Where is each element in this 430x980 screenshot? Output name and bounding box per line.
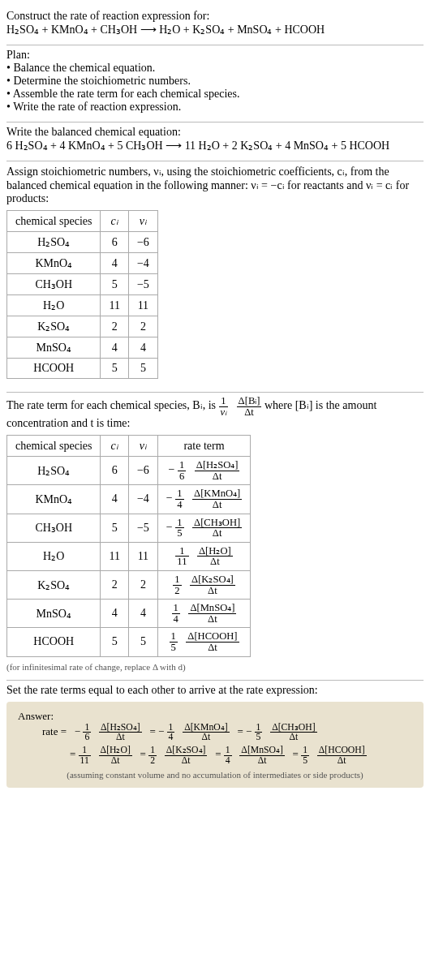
intro-text-a: The rate term for each chemical species,… bbox=[6, 399, 219, 411]
frac-coef: 1 νᵢ bbox=[219, 396, 229, 417]
cell-rate-term: − 15 Δ[CH₃OH]Δt bbox=[157, 514, 250, 542]
infinitesimal-note: (for infinitesimal rate of change, repla… bbox=[6, 662, 424, 672]
cell: 2 bbox=[101, 570, 128, 599]
table-row: CH₃OH 5 −5 − 15 Δ[CH₃OH]Δt bbox=[7, 514, 251, 542]
table-row: K₂SO₄ 2 2 12 Δ[K₂SO₄]Δt bbox=[7, 570, 251, 599]
plan-item: Balance the chemical equation. bbox=[6, 62, 424, 75]
cell: KMnO₄ bbox=[7, 253, 101, 274]
rate-term-table: chemical species cᵢ νᵢ rate term H₂SO₄ 6… bbox=[6, 435, 251, 656]
cell: H₂O bbox=[7, 295, 101, 316]
cell: H₂SO₄ bbox=[7, 457, 101, 485]
plan-item: Assemble the rate term for each chemical… bbox=[6, 88, 424, 101]
cell: 5 bbox=[128, 359, 157, 379]
cell: 4 bbox=[128, 600, 157, 628]
cell: KMnO₄ bbox=[7, 485, 101, 514]
balanced-title: Write the balanced chemical equation: bbox=[6, 126, 424, 139]
main-equation: H₂SO₄ + KMnO₄ + CH₃OH ⟶ H₂O + K₂SO₄ + Mn… bbox=[6, 23, 424, 37]
balanced-equation: 6 H₂SO₄ + 4 KMnO₄ + 5 CH₃OH ⟶ 11 H₂O + 2… bbox=[6, 139, 424, 153]
table-row: H₂O 11 11 111 Δ[H₂O]Δt bbox=[7, 542, 251, 570]
final-section: Set the rate terms equal to each other t… bbox=[6, 681, 424, 797]
cell: −5 bbox=[128, 274, 157, 295]
col-header: rate term bbox=[157, 436, 250, 457]
cell: 5 bbox=[101, 274, 128, 295]
cell: 5 bbox=[101, 628, 128, 656]
prompt-title: Construct the rate of reaction expressio… bbox=[6, 10, 424, 23]
answer-note: (assuming constant volume and no accumul… bbox=[18, 770, 412, 780]
table-row: H₂SO₄6−6 bbox=[7, 232, 158, 253]
cell: −4 bbox=[128, 485, 157, 514]
cell: 2 bbox=[101, 316, 128, 337]
cell: −4 bbox=[128, 253, 157, 274]
answer-expression: rate = − 16 Δ[H₂SO₄]Δt = − 14 Δ[KMnO₄]Δt… bbox=[18, 723, 412, 766]
col-header: chemical species bbox=[7, 211, 101, 232]
col-header: cᵢ bbox=[101, 436, 128, 457]
table-row: HCOOH55 bbox=[7, 359, 158, 379]
cell: CH₃OH bbox=[7, 274, 101, 295]
table-row: HCOOH 5 5 15 Δ[HCOOH]Δt bbox=[7, 628, 251, 656]
table-row: KMnO₄ 4 −4 − 14 Δ[KMnO₄]Δt bbox=[7, 485, 251, 514]
cell: MnSO₄ bbox=[7, 600, 101, 628]
rate-term-section: The rate term for each chemical species,… bbox=[6, 393, 424, 680]
answer-line-2: = 111 Δ[H₂O]Δt = 12 Δ[K₂SO₄]Δt = 14 Δ[Mn… bbox=[42, 746, 412, 765]
cell: 5 bbox=[101, 359, 128, 379]
cell: 4 bbox=[128, 337, 157, 359]
assign-text: Assign stoichiometric numbers, νᵢ, using… bbox=[6, 165, 424, 205]
cell: K₂SO₄ bbox=[7, 570, 101, 599]
cell: 5 bbox=[128, 628, 157, 656]
plan-section: Plan: Balance the chemical equation. Det… bbox=[6, 45, 424, 122]
table-header-row: chemical species cᵢ νᵢ rate term bbox=[7, 436, 251, 457]
cell: 6 bbox=[101, 232, 128, 253]
cell: 4 bbox=[101, 485, 128, 514]
cell: K₂SO₄ bbox=[7, 316, 101, 337]
table-row: H₂SO₄ 6 −6 − 16 Δ[H₂SO₄]Δt bbox=[7, 457, 251, 485]
col-header: chemical species bbox=[7, 436, 101, 457]
cell: −5 bbox=[128, 514, 157, 542]
cell: −6 bbox=[128, 457, 157, 485]
cell: CH₃OH bbox=[7, 514, 101, 542]
plan-item: Determine the stoichiometric numbers. bbox=[6, 75, 424, 88]
set-equal-text: Set the rate terms equal to each other t… bbox=[6, 684, 424, 697]
cell: 11 bbox=[101, 542, 128, 570]
stoich-table: chemical species cᵢ νᵢ H₂SO₄6−6 KMnO₄4−4… bbox=[6, 210, 158, 379]
rate-label: rate = bbox=[42, 725, 67, 737]
cell-rate-term: 14 Δ[MnSO₄]Δt bbox=[157, 600, 250, 628]
cell: H₂SO₄ bbox=[7, 232, 101, 253]
cell-rate-term: 15 Δ[HCOOH]Δt bbox=[157, 628, 250, 656]
plan-title: Plan: bbox=[6, 49, 424, 62]
cell: HCOOH bbox=[7, 628, 101, 656]
answer-line-1: rate = − 16 Δ[H₂SO₄]Δt = − 14 Δ[KMnO₄]Δt… bbox=[42, 723, 412, 742]
cell: 2 bbox=[128, 570, 157, 599]
cell: MnSO₄ bbox=[7, 337, 101, 359]
balanced-section: Write the balanced chemical equation: 6 … bbox=[6, 122, 424, 161]
assign-section: Assign stoichiometric numbers, νᵢ, using… bbox=[6, 161, 424, 392]
answer-box: Answer: rate = − 16 Δ[H₂SO₄]Δt = − 14 Δ[… bbox=[6, 702, 424, 789]
cell: HCOOH bbox=[7, 359, 101, 379]
cell: 4 bbox=[101, 600, 128, 628]
table-row: MnSO₄ 4 4 14 Δ[MnSO₄]Δt bbox=[7, 600, 251, 628]
cell-rate-term: − 16 Δ[H₂SO₄]Δt bbox=[157, 457, 250, 485]
cell-rate-term: 111 Δ[H₂O]Δt bbox=[157, 542, 250, 570]
prompt-section: Construct the rate of reaction expressio… bbox=[6, 6, 424, 45]
frac-delta: Δ[Bᵢ] Δt bbox=[237, 396, 262, 417]
cell: H₂O bbox=[7, 542, 101, 570]
cell: 2 bbox=[128, 316, 157, 337]
table-row: CH₃OH5−5 bbox=[7, 274, 158, 295]
cell: −6 bbox=[128, 232, 157, 253]
col-header: cᵢ bbox=[101, 211, 128, 232]
table-row: MnSO₄44 bbox=[7, 337, 158, 359]
cell: 11 bbox=[128, 542, 157, 570]
col-header: νᵢ bbox=[128, 436, 157, 457]
table-row: KMnO₄4−4 bbox=[7, 253, 158, 274]
cell: 11 bbox=[128, 295, 157, 316]
answer-label: Answer: bbox=[18, 710, 412, 723]
table-row: H₂O1111 bbox=[7, 295, 158, 316]
rate-term-intro: The rate term for each chemical species,… bbox=[6, 396, 424, 430]
cell: 6 bbox=[101, 457, 128, 485]
table-row: K₂SO₄22 bbox=[7, 316, 158, 337]
cell: 5 bbox=[101, 514, 128, 542]
cell: 11 bbox=[101, 295, 128, 316]
col-header: νᵢ bbox=[128, 211, 157, 232]
plan-list: Balance the chemical equation. Determine… bbox=[6, 62, 424, 114]
cell-rate-term: − 14 Δ[KMnO₄]Δt bbox=[157, 485, 250, 514]
cell: 4 bbox=[101, 253, 128, 274]
